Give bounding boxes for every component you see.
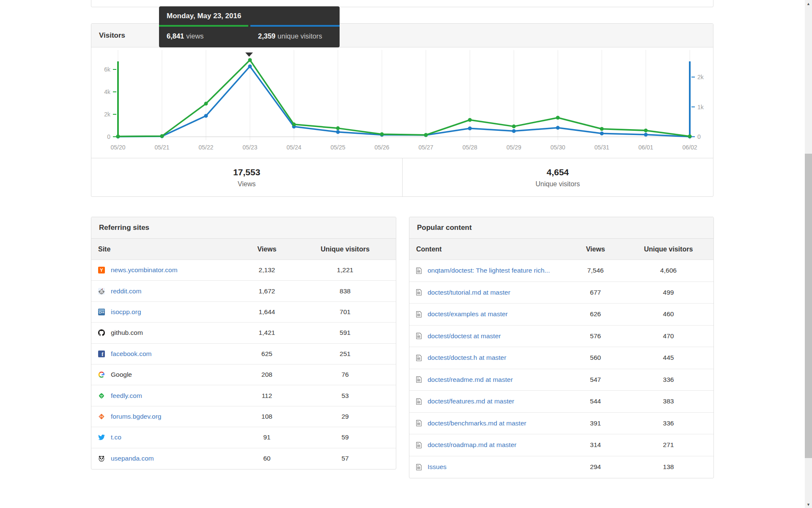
popular-unique-value: 470: [625, 332, 712, 340]
svg-text:0: 0: [697, 133, 701, 140]
unique-visitors-point[interactable]: [468, 127, 472, 130]
popular-content-row: doctest/examples at master626460: [409, 304, 713, 326]
popular-content-link[interactable]: onqtam/doctest: The lightest feature ric…: [428, 267, 550, 274]
referring-site-link[interactable]: news.ycombinator.com: [111, 266, 178, 274]
column-header-site: Site: [91, 246, 235, 253]
views-point[interactable]: [380, 132, 384, 136]
views-point[interactable]: [116, 135, 120, 138]
file-icon: [416, 398, 422, 405]
views-point[interactable]: [248, 58, 252, 62]
scrollbar-thumb[interactable]: [805, 154, 812, 458]
popular-content-row: doctest/features.md at master544383: [409, 391, 713, 413]
referring-unique-value: 838: [299, 287, 392, 295]
visitors-title: Visitors: [99, 31, 125, 40]
popular-views-value: 7,546: [566, 267, 625, 274]
referring-views-value: 1,644: [235, 308, 299, 316]
views-point[interactable]: [688, 134, 692, 138]
views-point[interactable]: [512, 124, 516, 128]
unique-visitors-point[interactable]: [512, 129, 516, 133]
popular-views-value: 626: [566, 310, 625, 318]
popular-content-link[interactable]: doctest/roadmap.md at master: [428, 441, 516, 449]
views-point[interactable]: [292, 122, 296, 126]
referring-views-value: 91: [235, 433, 299, 441]
views-point[interactable]: [644, 129, 648, 133]
views-point[interactable]: [556, 116, 560, 119]
column-header-unique-visitors: Unique visitors: [625, 246, 712, 253]
vertical-scrollbar[interactable]: ▲ ▼: [805, 0, 812, 508]
referring-site-row: Ynews.ycombinator.com2,1321,221: [91, 260, 396, 281]
popular-content-link[interactable]: doctest/doctest.h at master: [428, 354, 506, 362]
svg-text:05/26: 05/26: [374, 144, 389, 151]
popular-unique-value: 336: [625, 376, 712, 384]
svg-text:05/20: 05/20: [110, 144, 125, 151]
views-point[interactable]: [600, 127, 604, 131]
referring-site-row: reddit.com1,672838: [91, 281, 396, 301]
unique-visitors-point[interactable]: [556, 126, 560, 130]
popular-content-link[interactable]: doctest/tutorial.md at master: [428, 289, 510, 296]
unique-visitors-point[interactable]: [248, 64, 252, 68]
isocpp-favicon: C++: [98, 309, 105, 315]
popular-views-value: 391: [566, 420, 625, 427]
referring-unique-value: 57: [299, 455, 392, 462]
popular-views-value: 544: [566, 398, 625, 405]
popular-content-cell: doctest/doctest at master: [409, 332, 566, 340]
referring-site-name: Google: [111, 371, 132, 378]
visitors-summary: 17,553 Views 4,654 Unique visitors: [91, 158, 713, 196]
popular-content-link[interactable]: doctest/doctest at master: [428, 332, 501, 340]
popular-content-title: Popular content: [417, 224, 472, 232]
referring-site-link[interactable]: t.co: [111, 433, 121, 441]
popular-content-cell: doctest/benchmarks.md at master: [409, 420, 566, 427]
scroll-up-button[interactable]: ▲: [805, 0, 812, 7]
popular-content-link[interactable]: doctest/readme.md at master: [428, 376, 513, 384]
views-point[interactable]: [468, 118, 472, 122]
referring-sites-header-row: Site Views Unique visitors: [91, 239, 396, 260]
views-point[interactable]: [336, 126, 340, 130]
referring-unique-value: 59: [299, 433, 392, 441]
views-point[interactable]: [160, 134, 164, 138]
popular-content-cell: doctest/readme.md at master: [409, 376, 566, 384]
svg-text:05/21: 05/21: [154, 144, 169, 151]
popular-unique-value: 460: [625, 310, 712, 318]
referring-site-cell: feedly.com: [91, 392, 235, 400]
popular-unique-value: 138: [625, 463, 712, 471]
unique-visitors-point[interactable]: [644, 133, 648, 137]
svg-text:2k: 2k: [697, 74, 704, 80]
visitors-chart[interactable]: 02k4k6k01k2k05/2005/2105/2205/2305/2405/…: [91, 48, 713, 159]
referring-site-link[interactable]: forums.bgdev.org: [111, 413, 161, 420]
svg-text:0: 0: [107, 133, 110, 140]
popular-content-cell: onqtam/doctest: The lightest feature ric…: [409, 267, 566, 274]
referring-site-link[interactable]: facebook.com: [111, 350, 152, 358]
column-header-views: Views: [235, 246, 299, 253]
popular-content-link[interactable]: doctest/examples at master: [428, 310, 508, 318]
unique-visitors-point[interactable]: [204, 114, 208, 118]
views-point[interactable]: [204, 102, 208, 105]
right-axis-unique-visitors: 01k2k: [690, 61, 704, 140]
referring-site-link[interactable]: usepanda.com: [111, 455, 154, 462]
tooltip-stats: 6,841views 2,359unique visitors: [159, 25, 340, 47]
svg-text:C++: C++: [99, 311, 104, 314]
views-point[interactable]: [424, 133, 428, 137]
referring-unique-value: 591: [299, 329, 392, 337]
column-header-content: Content: [409, 246, 566, 253]
popular-content-link[interactable]: doctest/benchmarks.md at master: [428, 420, 526, 427]
popular-unique-value: 336: [625, 420, 712, 427]
popular-content-link[interactable]: doctest/features.md at master: [428, 398, 514, 405]
referring-views-value: 1,421: [235, 329, 299, 337]
unique-visitors-point[interactable]: [600, 132, 604, 135]
referring-site-cell: ffacebook.com: [91, 350, 235, 358]
chart-tooltip: Monday, May 23, 2016 6,841views 2,359uni…: [159, 6, 340, 47]
popular-content-header-row: Content Views Unique visitors: [409, 239, 713, 260]
referring-site-link[interactable]: reddit.com: [111, 287, 141, 295]
unique-visitors-point[interactable]: [336, 130, 340, 134]
popular-views-value: 560: [566, 354, 625, 362]
referring-sites-heading: Referring sites: [91, 217, 396, 239]
referring-site-link[interactable]: feedly.com: [111, 392, 142, 400]
popular-content-link[interactable]: Issues: [428, 463, 447, 471]
referring-site-row: t.co9159: [91, 427, 396, 448]
referring-site-link[interactable]: isocpp.org: [111, 308, 141, 316]
popular-unique-value: 445: [625, 354, 712, 362]
referring-unique-value: 251: [299, 350, 392, 358]
popular-content-row: doctest/benchmarks.md at master391336: [409, 413, 713, 435]
scroll-down-button[interactable]: ▼: [805, 501, 812, 508]
svg-text:Y: Y: [100, 268, 103, 273]
